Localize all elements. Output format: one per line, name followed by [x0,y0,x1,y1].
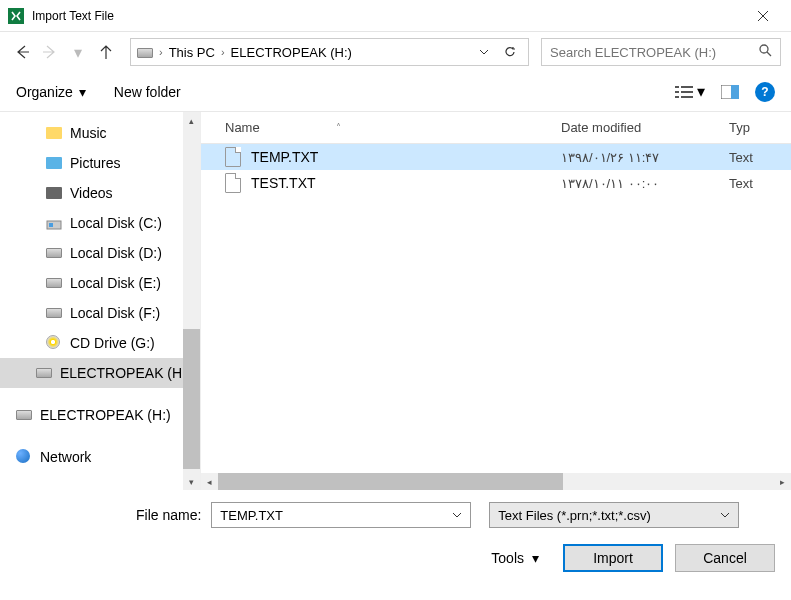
svg-rect-9 [731,85,739,99]
videos-folder-icon [46,185,62,201]
svg-rect-4 [675,91,679,93]
scroll-down-arrow[interactable]: ▾ [183,473,200,490]
file-date: ۱۳۹۸/۰۱/۲۶ ۱۱:۴۷ [561,150,721,165]
chevron-down-icon[interactable] [452,508,462,523]
music-folder-icon [46,125,62,141]
svg-rect-7 [681,96,693,98]
chevron-right-icon[interactable]: › [221,46,225,58]
file-type: Text [721,176,791,191]
column-type[interactable]: Typ [721,120,791,135]
chevron-down-icon: ▾ [532,550,539,566]
address-dropdown-icon[interactable] [472,40,496,64]
svg-rect-11 [49,223,53,227]
back-button[interactable] [10,40,34,64]
svg-rect-3 [681,86,693,88]
sidebar-item-network[interactable]: Network [16,442,182,472]
sidebar-item-disk-f[interactable]: Local Disk (F:) [28,298,182,328]
file-date: ۱۳۷۸/۱۰/۱۱ ۰۰:۰۰ [561,176,721,191]
up-button[interactable] [94,40,118,64]
recent-dropdown-icon[interactable]: ▾ [66,40,90,64]
chevron-down-icon: ▾ [697,82,705,101]
sidebar-item-disk-d[interactable]: Local Disk (D:) [28,238,182,268]
view-options-button[interactable]: ▾ [675,82,705,101]
sidebar-item-disk-c[interactable]: Local Disk (C:) [28,208,182,238]
sidebar-item-videos[interactable]: Videos [28,178,182,208]
navigation-pane: Music Pictures Videos Local Disk (C:) Lo… [0,112,200,490]
text-file-icon [225,147,241,167]
new-folder-button[interactable]: New folder [114,84,181,100]
import-button[interactable]: Import [563,544,663,572]
drive-icon [16,407,32,423]
chevron-down-icon: ▾ [79,84,86,100]
sidebar-item-music[interactable]: Music [28,118,182,148]
forward-button[interactable] [38,40,62,64]
close-button[interactable] [743,0,783,32]
file-row[interactable]: TEST.TXT ۱۳۷۸/۱۰/۱۱ ۰۰:۰۰ Text [201,170,791,196]
drive-icon [137,44,153,60]
dialog-footer: File name: TEMP.TXT Text Files (*.prn;*.… [0,490,791,584]
file-list: Name ˄ Date modified Typ TEMP.TXT ۱۳۹۸/۰… [200,112,791,490]
address-bar[interactable]: › This PC › ELECTROPEAK (H:) [130,38,529,66]
window-title: Import Text File [32,9,743,23]
horizontal-scrollbar[interactable]: ◂ ▸ [201,473,791,490]
file-name: TEMP.TXT [251,149,318,165]
svg-point-1 [760,45,768,53]
column-name[interactable]: Name ˄ [201,120,561,135]
chevron-right-icon[interactable]: › [159,46,163,58]
pictures-folder-icon [46,155,62,171]
file-row[interactable]: TEMP.TXT ۱۳۹۸/۰۱/۲۶ ۱۱:۴۷ Text [201,144,791,170]
tools-dropdown[interactable]: Tools ▾ [491,550,539,566]
filename-input[interactable]: TEMP.TXT [211,502,471,528]
refresh-button[interactable] [498,40,522,64]
breadcrumb-drive[interactable]: ELECTROPEAK (H:) [231,45,352,60]
file-name: TEST.TXT [251,175,316,191]
svg-rect-5 [681,91,693,93]
file-type: Text [721,150,791,165]
search-icon[interactable] [758,43,772,61]
scroll-left-arrow[interactable]: ◂ [201,477,218,487]
scroll-up-arrow[interactable]: ▴ [183,112,200,129]
sidebar-item-electropeak[interactable]: ELECTROPEAK (H:) [0,358,200,388]
disk-icon [46,215,62,231]
filetype-dropdown[interactable]: Text Files (*.prn;*.txt;*.csv) [489,502,739,528]
command-bar: Organize ▾ New folder ▾ ? [0,72,791,112]
svg-rect-6 [675,96,679,98]
search-box[interactable] [541,38,781,66]
sidebar-item-disk-e[interactable]: Local Disk (E:) [28,268,182,298]
sidebar-scrollbar[interactable]: ▴ ▾ [183,112,200,490]
sidebar-item-cd-drive[interactable]: CD Drive (G:) [28,328,182,358]
cd-icon [46,335,62,351]
sidebar-item-electropeak-root[interactable]: ELECTROPEAK (H:) [16,400,182,430]
search-input[interactable] [550,45,758,60]
network-icon [16,449,32,465]
scroll-thumb[interactable] [183,329,200,469]
svg-rect-2 [675,86,679,88]
filename-label: File name: [136,507,201,523]
breadcrumb-this-pc[interactable]: This PC [169,45,215,60]
preview-pane-button[interactable] [721,85,739,99]
drive-icon [46,245,62,261]
sidebar-item-pictures[interactable]: Pictures [28,148,182,178]
organize-menu[interactable]: Organize ▾ [16,84,86,100]
chevron-down-icon[interactable] [720,508,730,523]
sort-indicator-icon: ˄ [336,122,341,133]
drive-icon [36,365,52,381]
navigation-bar: ▾ › This PC › ELECTROPEAK (H:) [0,32,791,72]
text-file-icon [225,173,241,193]
drive-icon [46,305,62,321]
drive-icon [46,275,62,291]
titlebar: Import Text File [0,0,791,32]
scroll-right-arrow[interactable]: ▸ [774,477,791,487]
scroll-thumb[interactable] [218,473,563,490]
excel-icon [8,8,24,24]
column-date[interactable]: Date modified [561,120,721,135]
help-button[interactable]: ? [755,82,775,102]
cancel-button[interactable]: Cancel [675,544,775,572]
column-headers: Name ˄ Date modified Typ [201,112,791,144]
